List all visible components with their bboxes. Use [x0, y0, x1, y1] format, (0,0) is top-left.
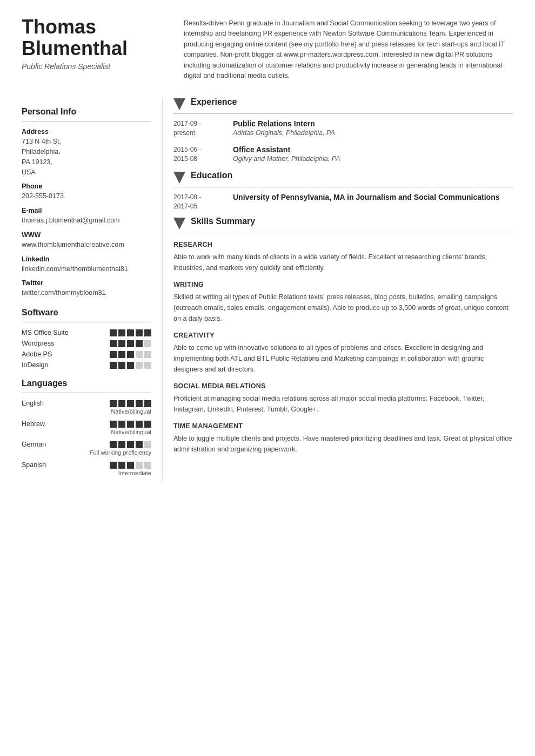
skills-title: Skills Summary [191, 217, 255, 226]
twitter-label: Twitter [22, 279, 151, 287]
candidate-title: Public Relations Specialist [22, 62, 162, 71]
dot [118, 351, 125, 358]
address-value: 713 N 4th St,Philadelphia,PA 19123,USA [22, 137, 151, 177]
dot [127, 340, 134, 347]
language-item: SpanishIntermediate [22, 461, 151, 476]
dot [110, 329, 117, 336]
dot [110, 462, 117, 469]
software-item: MS Office Suite [22, 329, 151, 336]
dot [127, 362, 134, 369]
education-divider [173, 187, 513, 187]
exp-dates: 2015-06 -2015-08 [173, 145, 222, 164]
dot [144, 400, 151, 407]
dot [136, 362, 143, 369]
language-top-row: Hebrew [22, 420, 151, 428]
dot [144, 329, 151, 336]
education-header: Education [173, 171, 513, 185]
dot [127, 400, 134, 407]
email-value: thomas.j.blumenthal@gmail.com [22, 215, 151, 226]
language-dots [110, 421, 151, 428]
skills-icon [173, 218, 185, 230]
languages-list: EnglishNative/bilingualHebrewNative/bili… [22, 400, 151, 476]
dot [144, 462, 151, 469]
right-column: Experience 2017-09 -presentPublic Relati… [162, 97, 513, 482]
edu-details: University of Pennsylvania, MA in Journa… [233, 193, 513, 211]
dot [144, 351, 151, 358]
software-item-dots [110, 351, 151, 358]
software-item-name: Adobe PS [22, 350, 110, 358]
skills-divider [173, 233, 513, 233]
software-item-name: Wordpress [22, 340, 110, 347]
personal-info-section: Personal Info Address 713 N 4th St,Phila… [22, 107, 151, 298]
exp-job-title: Public Relations Intern [233, 119, 513, 128]
header-left: Thomas Blumenthal Public Relations Speci… [22, 16, 162, 81]
exp-company: Ogilvy and Mather, Philadelphia, PA [233, 155, 513, 163]
dot [118, 462, 125, 469]
header-summary: Results-driven Penn graduate in Journali… [184, 16, 513, 81]
left-column: Personal Info Address 713 N 4th St,Phila… [22, 97, 162, 482]
dot [127, 462, 134, 469]
language-dots [110, 441, 151, 448]
skill-label: RESEARCH [173, 241, 513, 248]
exp-job-title: Office Assistant [233, 145, 513, 154]
dot [144, 362, 151, 369]
twitter-value: twitter.com/thommybloom81 [22, 288, 151, 298]
dot [136, 421, 143, 428]
language-top-row: English [22, 400, 151, 407]
dot [127, 351, 134, 358]
education-list: 2012-08 -2017-05University of Pennsylvan… [173, 193, 513, 211]
language-level: Native/bilingual [22, 429, 151, 435]
skill-label: CREATIVITY [173, 332, 513, 339]
www-label: WWW [22, 231, 151, 239]
experience-list: 2017-09 -presentPublic Relations InternA… [173, 119, 513, 163]
www-value: www.thomblumenthalcreative.com [22, 240, 151, 250]
edu-dates: 2012-08 -2017-05 [173, 193, 222, 211]
education-entry: 2012-08 -2017-05University of Pennsylvan… [173, 193, 513, 211]
dot [110, 441, 117, 448]
skill-label: SOCIAL MEDIA RELATIONS [173, 382, 513, 390]
skill-description: Able to juggle multiple clients and proj… [173, 433, 513, 455]
language-dots [110, 400, 151, 407]
skill-label: WRITING [173, 281, 513, 288]
language-level: Intermediate [22, 470, 151, 476]
address-label: Address [22, 128, 151, 136]
language-level: Native/bilingual [22, 408, 151, 415]
dot [110, 421, 117, 428]
dot [118, 329, 125, 336]
candidate-name: Thomas Blumenthal [22, 16, 162, 59]
skills-section: Skills Summary RESEARCHAble to work with… [173, 217, 513, 455]
email-label: E-mail [22, 207, 151, 214]
personal-divider [22, 121, 151, 122]
experience-entry: 2017-09 -presentPublic Relations InternA… [173, 119, 513, 138]
dot [144, 421, 151, 428]
language-item: GermanFull working proficiency [22, 441, 151, 456]
phone-label: Phone [22, 183, 151, 190]
experience-divider [173, 113, 513, 114]
dot [127, 329, 134, 336]
experience-entry: 2015-06 -2015-08Office AssistantOgilvy a… [173, 145, 513, 164]
language-dots [110, 462, 151, 469]
software-divider [22, 322, 151, 322]
dot [110, 351, 117, 358]
exp-company: Adidas Originals, Philadelphia, PA [233, 129, 513, 137]
experience-title: Experience [191, 97, 237, 107]
education-title: Education [191, 171, 232, 180]
software-item: InDesign [22, 361, 151, 369]
software-item: Wordpress [22, 340, 151, 347]
language-level: Full working proficiency [22, 449, 151, 456]
dot [118, 441, 125, 448]
experience-icon [173, 98, 185, 110]
software-item-dots [110, 329, 151, 336]
edu-degree: University of Pennsylvania, MA in Journa… [233, 193, 513, 201]
dot [144, 340, 151, 347]
main-content: Personal Info Address 713 N 4th St,Phila… [22, 97, 513, 482]
dot [118, 421, 125, 428]
dot [136, 329, 143, 336]
language-name: English [22, 400, 110, 407]
skill-description: Proficient at managing social media rela… [173, 393, 513, 415]
dot [127, 441, 134, 448]
skill-label: TIME MANAGEMENT [173, 422, 513, 430]
language-item: EnglishNative/bilingual [22, 400, 151, 415]
skill-description: Able to come up with innovative solution… [173, 342, 513, 375]
experience-header: Experience [173, 97, 513, 111]
